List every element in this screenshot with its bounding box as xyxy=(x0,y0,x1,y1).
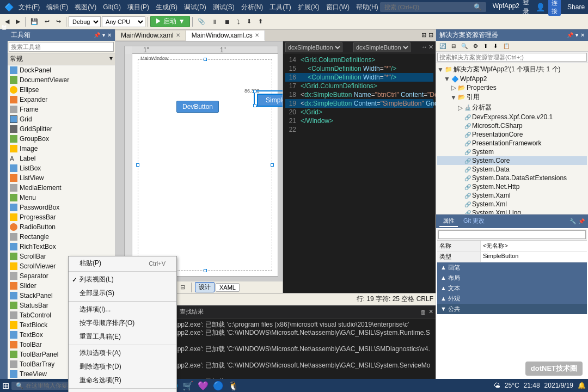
ctx-sortaz[interactable]: 按字母顺序排序(O) xyxy=(69,316,176,330)
menu-window[interactable]: 窗口(W) xyxy=(324,3,351,12)
toolbox-close-icon[interactable]: ✕ xyxy=(107,32,112,38)
tree-presentationcore[interactable]: 🔗 PresentationCore xyxy=(437,130,587,139)
handle-right[interactable] xyxy=(271,163,274,167)
code-context-right[interactable]: dcxSimpleButton xyxy=(353,42,411,52)
menu-tools[interactable]: 工具(T) xyxy=(268,3,292,12)
dev-button[interactable]: DevButton xyxy=(176,101,219,113)
handle-top[interactable] xyxy=(204,58,207,61)
ctx-moveup[interactable]: 上移(U) xyxy=(69,390,176,392)
tool-item-dockpanel[interactable]: DockPanel xyxy=(8,65,115,75)
undo-button[interactable]: ↩ xyxy=(42,16,52,27)
tree-system-data-ds[interactable]: 🔗 System.Data.DataSetExtensions xyxy=(437,174,587,182)
se-close-icon[interactable]: ✕ xyxy=(580,32,585,38)
start-button[interactable]: ⊞ xyxy=(2,381,9,391)
handle-bottom[interactable] xyxy=(204,269,207,272)
tool-item-listbox[interactable]: ListBox xyxy=(8,163,115,173)
step-over-button[interactable]: ⤵ xyxy=(234,17,243,27)
toolbox-arrow-icon[interactable]: ▾ xyxy=(102,32,105,38)
se-pin-icon[interactable]: 📌 xyxy=(567,32,573,38)
menu-git[interactable]: Git(G) xyxy=(101,3,122,11)
gp-pin-icon[interactable]: 📌 xyxy=(578,218,585,224)
tool-item-radiobutton[interactable]: RadioButton xyxy=(8,222,115,232)
forward-button[interactable]: ▶ xyxy=(13,16,23,27)
se-refresh-button[interactable]: 🔄 xyxy=(437,42,448,50)
split-v-icon[interactable]: ⊟ xyxy=(428,32,433,39)
output-tab-find[interactable]: 查找结果 xyxy=(175,307,208,317)
step-out-button[interactable]: ⬆ xyxy=(255,16,266,27)
split-h-icon[interactable]: ⊞ xyxy=(421,32,426,39)
tool-item-groupbox[interactable]: GroupBox xyxy=(8,134,115,144)
taskbar-vs-icon[interactable]: 💜 xyxy=(198,381,209,391)
tool-item-grid[interactable]: Grid xyxy=(8,114,115,124)
se-filter-button[interactable]: 🔍 xyxy=(459,42,470,50)
gp-tab-props[interactable]: 属性 xyxy=(439,216,458,227)
gp-wrench-icon[interactable]: 🔧 xyxy=(569,218,576,224)
snap-icon[interactable]: ⊟ xyxy=(177,282,188,292)
tree-presentationframework[interactable]: 🔗 PresentationFramework xyxy=(437,139,587,148)
menu-view[interactable]: 视图(V) xyxy=(73,3,98,12)
tree-references[interactable]: ▼ 📂 引用 xyxy=(437,92,587,102)
tool-item-frame[interactable]: Frame xyxy=(8,105,115,114)
ctx-listview[interactable]: ✓ 列表视图(L) xyxy=(69,273,176,286)
taskbar-qq-icon[interactable]: 🐧 xyxy=(228,381,239,391)
tab-mainwindow-xaml[interactable]: MainWindow.xaml ✕ xyxy=(115,30,186,40)
se-collapse-button[interactable]: ⊟ xyxy=(449,42,458,50)
props-search-input[interactable] xyxy=(438,230,586,239)
menu-edit[interactable]: 编辑(E) xyxy=(45,3,70,12)
prop-section-appearance[interactable]: ▲ 外观 xyxy=(437,293,587,304)
prop-section-common[interactable]: ▼ 公共 xyxy=(437,304,587,314)
se-arrow-icon[interactable]: ▾ xyxy=(575,32,578,38)
ctx-deltab[interactable]: 删除选项卡(D) xyxy=(69,360,176,373)
sel-handle-tl[interactable] xyxy=(253,90,256,93)
tool-item-passwordbox[interactable]: PasswordBox xyxy=(8,203,115,212)
design-mode-button[interactable]: 设计 xyxy=(195,282,215,292)
tool-item-gridsplitter[interactable]: GridSplitter xyxy=(8,124,115,134)
tree-devexpress[interactable]: 🔗 DevExpress.Xpf.Core.v20.1 xyxy=(437,113,587,121)
back-button[interactable]: ◀ xyxy=(2,16,12,27)
menu-debug[interactable]: 调试(D) xyxy=(182,3,208,12)
ctx-reset[interactable]: 重置工具箱(E) xyxy=(69,330,176,344)
tool-item-richtextbox[interactable]: RichTextBox xyxy=(8,242,115,252)
prop-section-text[interactable]: ▲ 文本 xyxy=(437,283,587,293)
tool-item-mediaelement[interactable]: MediaElement xyxy=(8,183,115,193)
taskbar-chrome-icon[interactable]: 🔵 xyxy=(213,381,224,391)
tab2-close-icon[interactable]: ✕ xyxy=(255,32,259,38)
tab1-close-icon[interactable]: ✕ xyxy=(176,32,180,38)
menu-test[interactable]: 测试(S) xyxy=(211,3,236,12)
tool-item-label[interactable]: ALabel xyxy=(8,154,115,163)
menu-project[interactable]: 项目(P) xyxy=(126,3,151,12)
toolbox-search-input[interactable] xyxy=(9,42,114,52)
tree-system-data[interactable]: 🔗 System.Data xyxy=(437,165,587,174)
toolbox-group-header[interactable]: 常规 ▾ xyxy=(8,53,115,65)
tool-item-progressbar[interactable]: ProgressBar xyxy=(8,212,115,222)
toolbox-pin-icon[interactable]: 📌 xyxy=(94,32,100,38)
se-props-button[interactable]: 📋 xyxy=(501,42,512,50)
xaml-mode-button[interactable]: XAML xyxy=(216,283,240,292)
tree-microsoft-csharp[interactable]: 🔗 Microsoft.CSharp xyxy=(437,121,587,130)
tool-item-image[interactable]: Image xyxy=(8,144,115,154)
tool-item-rectangle[interactable]: Rectangle xyxy=(8,232,115,242)
prop-name-value[interactable]: <无名称> xyxy=(481,241,587,251)
code-close-icon[interactable]: ✕ xyxy=(428,44,433,51)
prop-section-layout[interactable]: ▲ 布局 xyxy=(437,273,587,283)
se-expand-button[interactable]: ⬇ xyxy=(491,42,500,50)
redo-button[interactable]: ↪ xyxy=(53,16,64,27)
code-expand-icon[interactable]: ↔ xyxy=(421,44,427,51)
ctx-selectitems[interactable]: 选择项(I)... xyxy=(69,303,176,316)
tool-item-ellipse[interactable]: Ellipse xyxy=(8,85,115,95)
platform-select[interactable]: Any CPU xyxy=(102,16,145,27)
output-clear-button[interactable]: 🗑 xyxy=(420,309,426,315)
sel-handle-bl[interactable] xyxy=(253,104,256,107)
notification-icon[interactable]: 🔔 xyxy=(578,382,586,389)
ctx-renametab[interactable]: 重命名选项(R) xyxy=(69,373,176,387)
step-into-button[interactable]: ⬇ xyxy=(244,16,254,27)
tree-system-xml-linq[interactable]: 🔗 System.Xml.Linq xyxy=(437,209,587,214)
run-button[interactable]: ▶ 启动 ▼ xyxy=(150,16,190,27)
menu-build[interactable]: 生成(B) xyxy=(154,3,179,12)
handle-left[interactable] xyxy=(136,163,139,167)
tool-item-expander[interactable]: Expander xyxy=(8,95,115,105)
menu-file[interactable]: 文件(F) xyxy=(17,3,41,12)
save-button[interactable]: 💾 xyxy=(28,16,41,27)
tree-properties[interactable]: ▷ 📂 Properties xyxy=(437,83,587,92)
tab-mainwindow-xaml-cs[interactable]: MainWindow.xaml.cs ✕ xyxy=(186,30,265,41)
